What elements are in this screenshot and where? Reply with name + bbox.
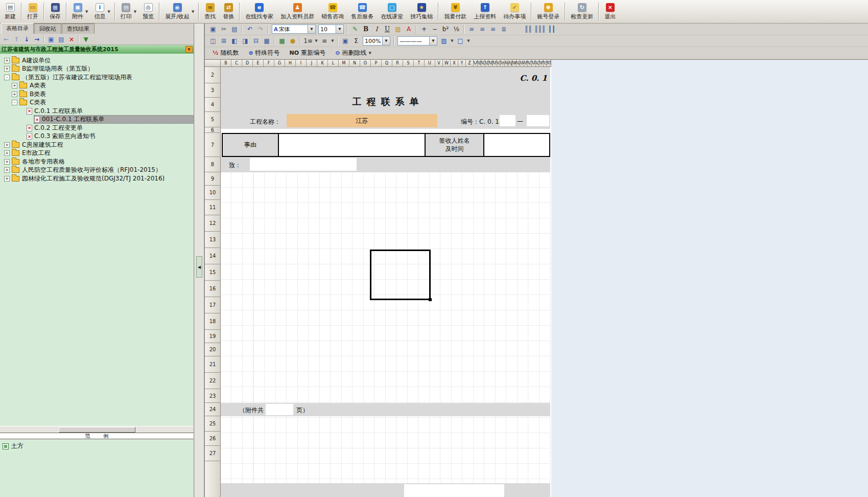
column-header[interactable]: F	[264, 60, 274, 66]
import-form-icon[interactable]: ▣	[46, 35, 56, 44]
dropdown-arrow-icon[interactable]: ▼	[336, 25, 343, 33]
column-header[interactable]: E	[253, 60, 264, 66]
column-header[interactable]: C	[231, 60, 242, 66]
font-select[interactable]: A宋体▼	[272, 25, 316, 34]
sign-input-cell[interactable]	[483, 134, 549, 156]
tips-button[interactable]: ★技巧集锦	[407, 1, 436, 22]
column-header[interactable]: S	[403, 60, 414, 66]
tree-item[interactable]: +B监理现场用表（第五版）	[0, 65, 194, 74]
column-header[interactable]: R	[392, 60, 403, 66]
align-left-icon[interactable]: ≡	[466, 25, 477, 34]
tree-item[interactable]: ×C.0.3 索赔意向通知书	[0, 132, 194, 141]
row-header[interactable]: 6	[205, 127, 220, 133]
row-header[interactable]: 22	[205, 373, 220, 389]
title-dropdown-button[interactable]: ▼	[185, 46, 193, 53]
column-header[interactable]: AI	[505, 60, 509, 66]
down-arrow-icon[interactable]: ↓	[22, 35, 31, 44]
expand-expander-icon[interactable]: +	[4, 66, 10, 72]
row-header[interactable]: 10	[205, 186, 220, 200]
delete-form-icon[interactable]: ×	[67, 35, 76, 44]
dropdown-arrow-icon[interactable]: ▼	[450, 36, 455, 46]
merge-left-icon[interactable]: ◧	[229, 36, 240, 46]
collapse-panel-button[interactable]: ◀	[196, 256, 202, 278]
row-header[interactable]: 9	[205, 172, 220, 186]
attachment-pages-box[interactable]	[266, 404, 293, 415]
reason-input-cell[interactable]	[278, 134, 425, 156]
new-button[interactable]: ▤新建	[1, 1, 19, 22]
dropdown-arrow-icon[interactable]: ▼	[368, 51, 371, 55]
column-header[interactable]: AP	[532, 60, 536, 66]
column-header[interactable]: H	[285, 60, 296, 66]
cut-icon[interactable]: ✂	[219, 25, 229, 34]
row-header[interactable]: 12	[205, 215, 220, 232]
forward-arrow-icon[interactable]: →	[32, 35, 41, 44]
underline-icon[interactable]: U	[382, 25, 392, 34]
row-header[interactable]: 14	[205, 248, 220, 264]
form-number-box-2[interactable]	[527, 115, 549, 126]
column-header[interactable]: AJ	[508, 60, 512, 66]
column-header[interactable]: Q	[382, 60, 392, 66]
filter-icon[interactable]: ▼	[81, 35, 90, 44]
tree-item[interactable]: +C房屋建筑工程	[0, 141, 194, 149]
table-pen-icon[interactable]: ▣	[340, 36, 350, 46]
dropdown-arrow-icon[interactable]: ▼	[107, 10, 110, 14]
todo-button[interactable]: ✓待办事项	[500, 1, 529, 22]
panel-splitter[interactable]: ◀	[195, 24, 204, 497]
dropdown-arrow-icon[interactable]: ▼	[85, 10, 88, 14]
fill-color-icon[interactable]: ▨	[393, 25, 403, 34]
dropdown-arrow-icon[interactable]: ▼	[330, 36, 335, 46]
row-header[interactable]: 15	[205, 264, 220, 281]
column-header[interactable]: AO	[528, 60, 532, 66]
superscript-icon[interactable]: b²	[440, 25, 451, 34]
redo-icon[interactable]: ↷	[255, 25, 266, 34]
row-header[interactable]: 24	[205, 403, 220, 416]
join-group-button[interactable]: ♟加入资料员群	[277, 1, 318, 22]
decrease-size-icon[interactable]: −	[430, 25, 440, 34]
back-arrow-icon[interactable]: ←	[2, 35, 11, 44]
copy-icon[interactable]: ▣	[208, 25, 218, 34]
column-header[interactable]: AG	[497, 60, 501, 66]
tab-catalog[interactable]: 表格目录	[1, 23, 34, 34]
sheet-canvas[interactable]: C. 0. 1 工程联系单 工程名称： 江苏 编号：C. 0. 1 — 事由 签…	[221, 67, 551, 497]
footer-input-box[interactable]	[404, 484, 504, 497]
column-header[interactable]: AR	[539, 60, 544, 66]
up-arrow-icon[interactable]: ↑	[12, 35, 21, 44]
column-header[interactable]: AD	[485, 60, 489, 66]
tree-item[interactable]: +E市政工程	[0, 149, 194, 158]
expand-expander-icon[interactable]: +	[12, 92, 17, 97]
expand-collapse-button[interactable]: ◉展开/收起▼	[161, 1, 197, 22]
row-header[interactable]: 26	[205, 432, 220, 446]
row-header[interactable]: 16	[205, 281, 220, 297]
fraction-icon[interactable]: ⅛	[451, 25, 461, 34]
tree-item[interactable]: -（第五版）江苏省建设工程监理现场用表	[0, 73, 194, 82]
column-header[interactable]: AC	[481, 60, 485, 66]
expand-expander-icon[interactable]: +	[4, 150, 10, 156]
column-header[interactable]: D	[242, 60, 253, 66]
column-header[interactable]: AM	[520, 60, 524, 66]
column-header[interactable]: AB	[478, 60, 482, 66]
tree-item[interactable]: +人民防空工程质量验收与评价标准（RFJ01-2015）	[0, 166, 194, 175]
column-header[interactable]: V	[435, 60, 443, 66]
line-spacing-icon[interactable]: 1≡	[303, 36, 313, 46]
lock-cell-icon[interactable]: ●	[288, 36, 298, 46]
scrollbar-thumb[interactable]	[59, 427, 135, 433]
vertical-text-icon[interactable]: ║║	[523, 25, 533, 34]
column-header[interactable]: AK	[512, 60, 517, 66]
format-painter-icon[interactable]: ✎	[350, 25, 360, 34]
align-justify-icon[interactable]: ≣	[499, 25, 509, 34]
tree-item[interactable]: ×001-C.0.1 工程联系单	[0, 116, 194, 124]
dropdown-arrow-icon[interactable]: ▼	[314, 36, 319, 46]
dropdown-arrow-icon[interactable]: ▼	[191, 10, 195, 14]
resize-handle[interactable]	[429, 298, 432, 301]
tab-recycle[interactable]: 回收站	[34, 24, 61, 34]
copy-form-icon[interactable]: ▤	[57, 35, 66, 44]
select-all-corner[interactable]	[205, 60, 221, 67]
column-header[interactable]: AT	[547, 60, 551, 66]
dropdown-arrow-icon[interactable]: ▼	[466, 36, 471, 46]
split-cells-icon[interactable]: ⊞	[219, 36, 229, 46]
row-header[interactable]: 23	[205, 389, 220, 403]
char-spacing-icon[interactable]: ≡	[319, 36, 330, 46]
column-header[interactable]: J	[307, 60, 317, 66]
renumber-button[interactable]: NO重新编号	[285, 48, 331, 58]
system-title-bar[interactable]: 江苏省建筑与市政工程施工质量验收系统2015 ▼	[0, 45, 194, 54]
